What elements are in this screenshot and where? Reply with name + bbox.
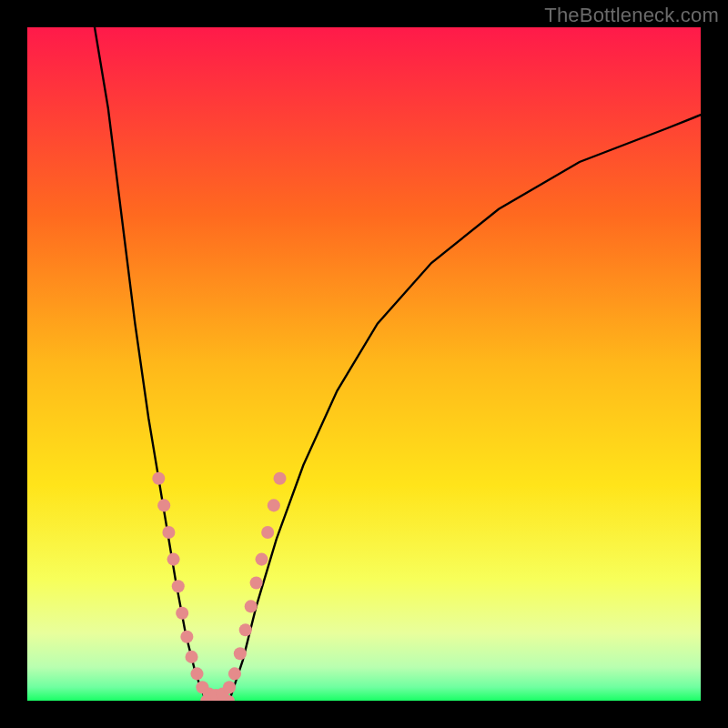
highlight-dots xyxy=(152,472,286,701)
highlight-dot xyxy=(273,472,286,485)
highlight-dot xyxy=(172,580,185,592)
highlight-dot xyxy=(250,576,263,589)
highlight-dot xyxy=(176,607,188,620)
highlight-dot xyxy=(261,526,274,539)
highlight-dot xyxy=(234,647,247,660)
highlight-dot xyxy=(167,553,180,566)
highlight-dot xyxy=(255,553,268,566)
left-curve xyxy=(95,27,206,701)
plot-area xyxy=(27,27,701,701)
highlight-dot xyxy=(228,667,241,680)
highlight-dot xyxy=(157,499,170,511)
highlight-dot xyxy=(190,667,203,680)
highlight-dot xyxy=(245,600,258,612)
highlight-dot xyxy=(239,623,252,636)
highlight-dot xyxy=(162,526,175,539)
curve-layer xyxy=(27,27,701,701)
highlight-dot xyxy=(180,631,193,643)
chart-frame: TheBottleneck.com xyxy=(0,0,728,728)
highlight-dot xyxy=(152,472,165,485)
highlight-dot xyxy=(223,681,236,693)
highlight-dot xyxy=(186,651,198,663)
highlight-dot xyxy=(268,499,280,511)
right-curve xyxy=(229,115,701,701)
watermark-label: TheBottleneck.com xyxy=(544,4,719,27)
